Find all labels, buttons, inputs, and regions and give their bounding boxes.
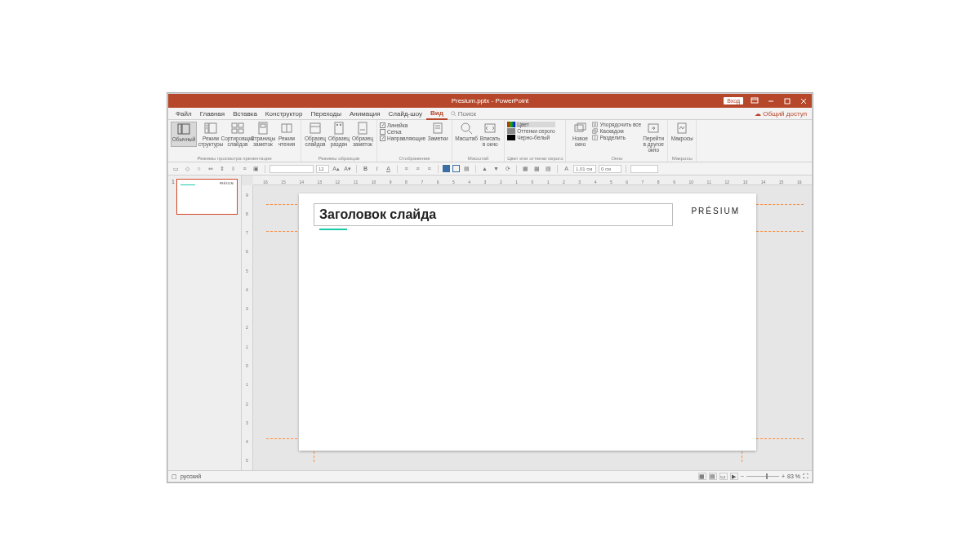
rotate-icon[interactable]: ⟳ <box>503 164 512 173</box>
ribbon-options-icon[interactable] <box>746 94 763 108</box>
slide-canvas[interactable]: Заголовок слайда PRÉSIUM <box>299 193 756 451</box>
extra-input[interactable] <box>630 165 658 173</box>
qat-dist2-icon[interactable]: ≡ <box>240 164 249 173</box>
height-input[interactable]: 0 см <box>599 165 621 173</box>
qat-align-icon[interactable]: ⇔ <box>206 164 215 173</box>
spellcheck-icon[interactable]: ▢ <box>172 473 177 480</box>
check-ruler[interactable]: ✓Линейка <box>380 122 425 128</box>
fit-slide-icon[interactable]: ⛶ <box>803 473 808 479</box>
zoom-out-icon[interactable]: − <box>741 473 744 479</box>
slide-title-placeholder[interactable]: Заголовок слайда <box>314 203 673 226</box>
new-window-button[interactable]: Новое окно <box>568 122 591 153</box>
group-label-show: Отображение <box>380 156 449 161</box>
titlebar: Presium.pptx - PowerPoint Вход <box>168 94 812 108</box>
send-back-icon[interactable]: ▼ <box>492 164 501 173</box>
zoom-button[interactable]: Масштаб <box>455 122 478 147</box>
slide-thumbnails-panel[interactable]: 1 PRÉSIUM <box>168 176 242 470</box>
tab-slideshow[interactable]: Слайд-шоу <box>385 109 426 119</box>
slide-thumbnail-1[interactable]: PRÉSIUM <box>176 179 238 215</box>
zoom-icon <box>460 122 473 135</box>
more-icon[interactable]: ▦ <box>521 164 530 173</box>
more3-icon[interactable]: ▧ <box>544 164 553 173</box>
status-normal-view-icon[interactable]: ▦ <box>698 473 706 480</box>
brand-logo-text: PRÉSIUM <box>691 207 740 216</box>
tell-me-search[interactable]: Поиск <box>451 110 476 118</box>
tab-design[interactable]: Конструктор <box>261 109 307 119</box>
tab-animation[interactable]: Анимация <box>345 109 385 119</box>
color-mode-bw[interactable]: Черно-белый <box>507 135 555 140</box>
align-left-icon[interactable]: ≡ <box>402 164 411 173</box>
handout-master-button[interactable]: Образец раздач <box>327 122 350 147</box>
italic-icon[interactable]: I <box>372 164 381 173</box>
grayscale-swatch-icon <box>507 128 515 134</box>
group-label-zoom: Масштаб <box>455 156 501 161</box>
decrease-font-icon[interactable]: A▾ <box>343 164 352 173</box>
slide-canvas-area: 1615141312111098765432101234567891011121… <box>242 176 812 470</box>
color-mode-grayscale[interactable]: Оттенки серого <box>507 128 555 134</box>
tab-transitions[interactable]: Переходы <box>306 109 345 119</box>
macros-button[interactable]: Макросы <box>670 122 693 141</box>
view-reading-button[interactable]: Режим чтения <box>275 122 298 147</box>
qat-shape2-icon[interactable]: ○ <box>194 164 203 173</box>
svg-rect-9 <box>182 124 189 134</box>
minimize-icon[interactable] <box>763 94 779 108</box>
format-icon[interactable]: ▤ <box>462 164 471 173</box>
maximize-icon[interactable] <box>779 94 795 108</box>
view-normal-button[interactable]: Обычный <box>171 122 197 147</box>
font-size-input[interactable]: 12 <box>316 165 329 173</box>
switch-window-button[interactable]: Перейти в другое окно <box>642 122 665 153</box>
color-mode-color[interactable]: Цвет <box>507 122 555 127</box>
font-color-icon[interactable]: A <box>384 164 393 173</box>
notes-icon <box>431 122 444 135</box>
close-icon[interactable] <box>795 94 812 108</box>
arrange-all-button[interactable]: Упорядочить все <box>592 122 641 127</box>
align-right-icon[interactable]: ≡ <box>425 164 434 173</box>
status-sorter-view-icon[interactable]: ▤ <box>709 473 717 480</box>
more2-icon[interactable]: ▩ <box>532 164 541 173</box>
status-slideshow-icon[interactable]: ▶ <box>730 473 738 480</box>
notes-master-button[interactable]: Образец заметок <box>351 122 374 147</box>
qat-align2-icon[interactable]: ⇕ <box>217 164 226 173</box>
view-outline-button[interactable]: Режим структуры <box>198 122 224 147</box>
view-notes-page-button[interactable]: Страницы заметок <box>252 122 274 147</box>
zoom-value[interactable]: 83 % <box>787 473 800 479</box>
qat-shape-icon[interactable]: ◇ <box>183 164 192 173</box>
qat-cursor-icon[interactable]: ▭ <box>172 164 180 173</box>
cascade-button[interactable]: Каскадом <box>592 128 641 134</box>
increase-font-icon[interactable]: A▴ <box>332 164 341 173</box>
group-label-macros: Макросы <box>670 156 693 161</box>
status-reading-view-icon[interactable]: ▭ <box>719 473 728 480</box>
share-button[interactable]: ☁ Общий доступ <box>755 110 807 118</box>
zoom-in-icon[interactable]: + <box>782 473 785 479</box>
view-sorter-button[interactable]: Сортировщик слайдов <box>225 122 251 147</box>
width-input[interactable]: 1,01 см <box>573 165 596 173</box>
tab-home[interactable]: Главная <box>196 109 229 119</box>
bold-icon[interactable]: B <box>361 164 370 173</box>
fill-color-icon[interactable] <box>443 165 450 172</box>
check-guides[interactable]: ✓Направляющие <box>380 136 425 141</box>
font-family-input[interactable] <box>270 165 314 173</box>
align-center-icon[interactable]: ≡ <box>413 164 422 173</box>
text-effects-icon[interactable]: A <box>562 164 571 173</box>
status-language[interactable]: русский <box>180 473 201 479</box>
fit-window-icon <box>483 122 497 135</box>
qat-group-icon[interactable]: ▣ <box>252 164 261 173</box>
tab-insert[interactable]: Вставка <box>229 109 261 119</box>
ribbon-view: Обычный Режим структуры Сортировщик слай… <box>168 120 812 162</box>
bring-front-icon[interactable]: ▲ <box>480 164 489 173</box>
zoom-slider[interactable] <box>746 476 779 477</box>
slide-master-button[interactable]: Образец слайдов <box>304 122 327 147</box>
switch-window-icon <box>647 122 660 135</box>
tab-file[interactable]: Файл <box>172 109 196 119</box>
fit-window-button[interactable]: Вписать в окно <box>479 122 501 147</box>
ruler-vertical[interactable]: 987654321012345 <box>242 185 253 470</box>
signin-button[interactable]: Вход <box>724 97 743 104</box>
qat-dist-icon[interactable]: ⫴ <box>229 164 238 173</box>
svg-rect-19 <box>261 124 265 127</box>
ruler-horizontal[interactable]: 1615141312111098765432101234567891011121… <box>253 176 812 185</box>
tab-view[interactable]: Вид <box>426 108 448 120</box>
notes-button[interactable]: Заметки <box>426 122 449 141</box>
split-button[interactable]: Разделить <box>592 135 641 140</box>
outline-color-icon[interactable] <box>452 165 460 172</box>
check-grid[interactable]: Сетка <box>380 129 425 135</box>
